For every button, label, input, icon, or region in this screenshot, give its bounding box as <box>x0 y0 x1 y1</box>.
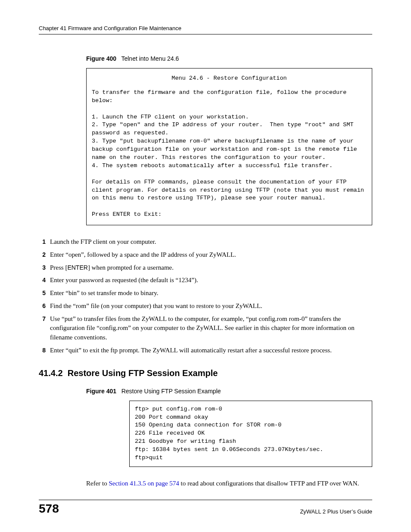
step-5: 5Enter “bin” to set transfer mode to bin… <box>39 289 372 298</box>
step-2: 2Enter “open”, followed by a space and t… <box>39 250 372 260</box>
step-text: Find the “rom” file (on your computer) t… <box>50 302 372 311</box>
figure-401-block: Figure 401 Restore Using FTP Session Exa… <box>86 388 372 488</box>
closing-prefix: Refer to <box>86 480 109 487</box>
step-text: Enter “open”, followed by a space and th… <box>50 250 372 260</box>
figure-400-caption: Figure 400 Telnet into Menu 24.6 <box>86 55 372 62</box>
figure-400-code-box: Menu 24.6 - Restore ConfigurationTo tran… <box>86 68 372 225</box>
figure-401-caption-text: Restore Using FTP Session Example <box>121 388 221 395</box>
enter-key-label: ENTER <box>67 264 87 271</box>
step-text: Enter your password as requested (the de… <box>50 276 372 285</box>
step-text: Use “put” to transfer files from the ZyW… <box>50 314 372 342</box>
figure-400-block: Figure 400 Telnet into Menu 24.6 Menu 24… <box>86 55 372 225</box>
section-number: 41.4.2 <box>39 368 63 378</box>
step-text: Press [ENTER] when prompted for a userna… <box>50 263 372 273</box>
figure-400-label: Figure 400 <box>86 55 116 62</box>
step-3: 3Press [ENTER] when prompted for a usern… <box>39 263 372 273</box>
step-text: Launch the FTP client on your computer. <box>50 237 372 247</box>
figure-401-label: Figure 401 <box>86 388 116 395</box>
step-num: 5 <box>39 289 46 297</box>
step-6: 6Find the “rom” file (on your computer) … <box>39 302 372 311</box>
section-heading-41-4-2: 41.4.2 Restore Using FTP Session Example <box>39 368 372 378</box>
closing-suffix: to read about configurations that disall… <box>179 480 359 487</box>
guide-title: ZyWALL 2 Plus User’s Guide <box>300 508 372 515</box>
step-num: 7 <box>39 314 46 323</box>
page: Chapter 41 Firmware and Configuration Fi… <box>0 0 411 532</box>
step-num: 8 <box>39 346 46 355</box>
figure-400-title-line: Menu 24.6 - Restore Configuration <box>92 75 367 83</box>
step-4: 4Enter your password as requested (the d… <box>39 276 372 285</box>
numbered-steps: 1Launch the FTP client on your computer.… <box>39 237 372 355</box>
step-3-suffix: ] when prompted for a username. <box>88 264 174 271</box>
step-num: 4 <box>39 276 46 284</box>
step-text: Enter “quit” to exit the ftp prompt. The… <box>50 346 372 355</box>
page-footer: 578 ZyWALL 2 Plus User’s Guide <box>39 500 372 515</box>
xref-section-41-3-5[interactable]: Section 41.3.5 on page 574 <box>109 480 179 487</box>
step-num: 3 <box>39 263 46 272</box>
step-1: 1Launch the FTP client on your computer. <box>39 237 372 247</box>
page-number: 578 <box>39 503 59 515</box>
step-8: 8Enter “quit” to exit the ftp prompt. Th… <box>39 346 372 355</box>
closing-paragraph: Refer to Section 41.3.5 on page 574 to r… <box>86 479 372 488</box>
figure-401-code-box: ftp> put config.rom rom-0 200 Port comma… <box>129 401 372 467</box>
step-num: 6 <box>39 302 46 310</box>
step-3-prefix: Press [ <box>50 264 67 271</box>
section-title: Restore Using FTP Session Example <box>68 368 218 378</box>
running-header: Chapter 41 Firmware and Configuration Fi… <box>39 25 372 34</box>
figure-400-body: To transfer the firmware and the configu… <box>92 89 367 218</box>
figure-400-caption-text: Telnet into Menu 24.6 <box>121 55 179 62</box>
step-num: 2 <box>39 250 46 259</box>
step-num: 1 <box>39 237 46 246</box>
step-7: 7Use “put” to transfer files from the Zy… <box>39 314 372 342</box>
figure-401-caption: Figure 401 Restore Using FTP Session Exa… <box>86 388 372 395</box>
step-text: Enter “bin” to set transfer mode to bina… <box>50 289 372 298</box>
